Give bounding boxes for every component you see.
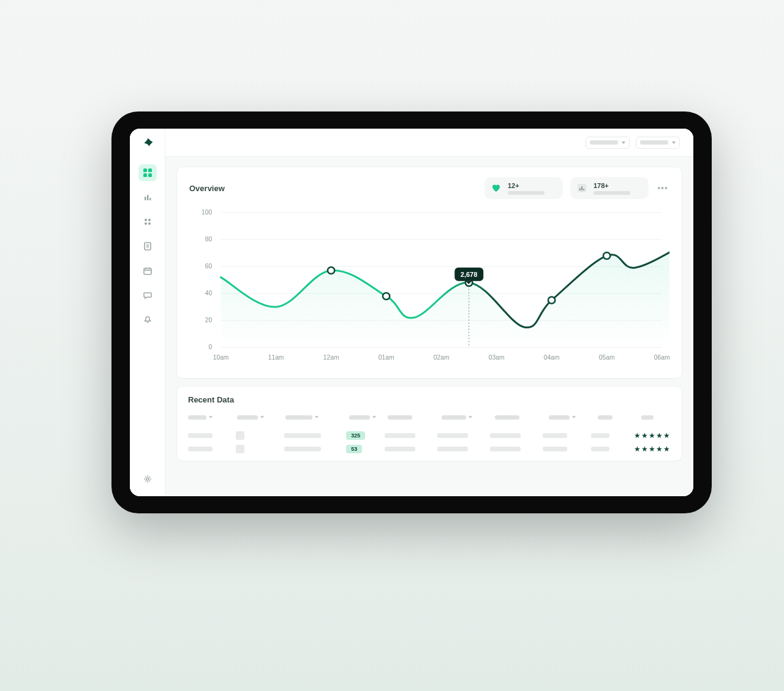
svg-text:100: 100 [202,209,213,216]
svg-text:12am: 12am [323,354,339,361]
chart-icon [576,183,587,194]
app-logo [140,137,155,152]
main: Overview 12+ [165,129,693,496]
nav-documents[interactable] [138,238,157,255]
svg-rect-3 [148,173,152,177]
cell [591,433,609,438]
svg-point-8 [148,219,151,221]
cell [543,433,567,438]
svg-point-48 [548,297,555,304]
svg-rect-2 [143,173,147,177]
table-header [188,410,671,424]
heart-icon [491,183,502,194]
chevron-down-icon [622,142,625,144]
nav-analytics[interactable] [138,189,157,206]
col-header[interactable] [549,415,593,420]
col-header[interactable] [237,415,281,420]
stat-value: 178+ [594,182,630,189]
card-menu-button[interactable]: ••• [656,181,669,195]
screen: Overview 12+ [130,129,693,496]
svg-rect-5 [147,195,149,200]
rating-stars: ★★★★★ [634,432,671,439]
svg-text:02am: 02am [434,354,450,361]
stat-label [594,191,630,195]
svg-text:03am: 03am [489,354,505,361]
col-header[interactable] [188,415,232,420]
svg-text:11am: 11am [268,354,284,361]
svg-rect-22 [581,186,582,191]
nav-calendar[interactable] [138,262,157,279]
col-header[interactable] [388,415,437,420]
cell [284,447,321,451]
nav-settings[interactable] [138,470,157,488]
cell [188,447,213,451]
cell [490,433,521,438]
cell [543,447,567,451]
svg-rect-4 [145,197,146,200]
recent-data-table: 325★★★★★53★★★★★ [188,410,671,456]
svg-point-45 [328,267,334,274]
svg-rect-11 [145,243,151,250]
cell [385,447,415,451]
svg-rect-1 [148,168,152,172]
svg-rect-23 [583,189,584,191]
svg-point-51 [466,279,472,286]
cell [437,447,468,451]
svg-point-9 [145,222,147,225]
nav-apps[interactable] [138,213,157,230]
svg-point-19 [146,478,149,480]
col-header[interactable] [442,415,491,420]
col-header[interactable] [598,415,637,420]
col-header[interactable] [285,415,344,420]
cell [591,447,609,451]
svg-text:0: 0 [208,344,212,350]
cell [437,433,468,438]
svg-point-49 [603,252,610,259]
svg-text:05am: 05am [599,354,615,361]
thumbnail [236,445,244,453]
thumbnail [236,431,244,440]
count-badge: 53 [346,445,362,453]
tablet-frame: Overview 12+ [111,111,712,513]
svg-rect-14 [144,268,151,274]
svg-text:20: 20 [205,317,213,323]
content: Overview 12+ [165,157,693,496]
recent-data-card: Recent Data [176,386,682,461]
svg-text:40: 40 [205,290,213,296]
filter-dropdown-2[interactable] [636,137,680,149]
stat-activity[interactable]: 178+ [570,177,649,199]
svg-point-10 [148,222,151,225]
svg-text:10am: 10am [213,354,229,361]
svg-point-46 [383,293,390,300]
filter-dropdown-1[interactable] [586,137,630,149]
table-row[interactable]: 53★★★★★ [188,442,671,456]
svg-rect-21 [579,188,581,191]
count-badge: 325 [346,431,365,440]
stat-label [508,191,545,195]
cell [490,447,521,451]
table-row[interactable]: 325★★★★★ [188,429,671,442]
cell [284,433,321,438]
svg-text:06am: 06am [654,354,669,361]
stat-value: 12+ [508,182,545,189]
col-header[interactable] [641,415,671,420]
svg-text:60: 60 [205,263,213,270]
svg-rect-0 [143,168,147,172]
svg-text:80: 80 [205,236,213,243]
cell [188,433,213,438]
nav-messages[interactable] [138,287,157,304]
rating-stars: ★★★★★ [634,445,671,453]
topbar [165,129,693,157]
overview-title: Overview [189,184,225,193]
col-header[interactable] [349,415,383,420]
stat-favorites[interactable]: 12+ [484,177,563,199]
nav-notifications[interactable] [138,311,157,328]
recent-data-title: Recent Data [188,395,671,404]
cell [385,433,415,438]
col-header[interactable] [495,415,544,420]
overview-chart[interactable]: 02040608010010am11am12am01am02am03am04am… [189,203,669,368]
svg-rect-6 [149,198,151,200]
nav-dashboard[interactable] [138,164,157,181]
svg-text:01am: 01am [379,354,394,361]
sidebar [130,129,165,496]
